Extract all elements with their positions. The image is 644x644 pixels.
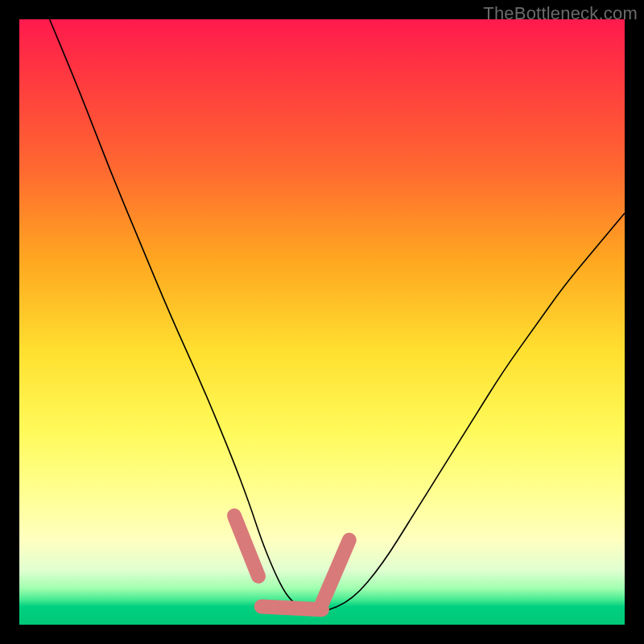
highlight-right [322, 540, 349, 604]
plot-svg [19, 19, 625, 625]
chart-frame [19, 19, 625, 625]
highlight-valley [262, 606, 322, 609]
highlight-left [234, 516, 258, 576]
watermark-text: TheBottleneck.com [483, 3, 638, 24]
bottleneck-curve [50, 19, 625, 613]
